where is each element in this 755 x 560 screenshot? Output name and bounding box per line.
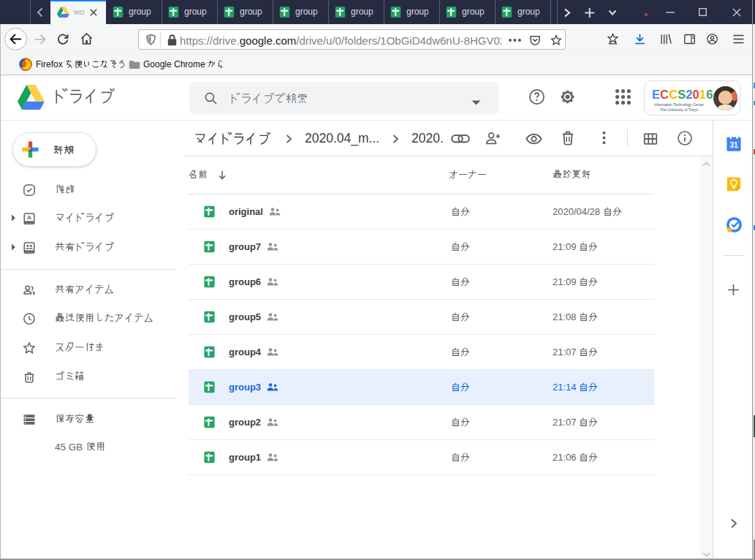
svg-text:31: 31 bbox=[729, 141, 738, 149]
